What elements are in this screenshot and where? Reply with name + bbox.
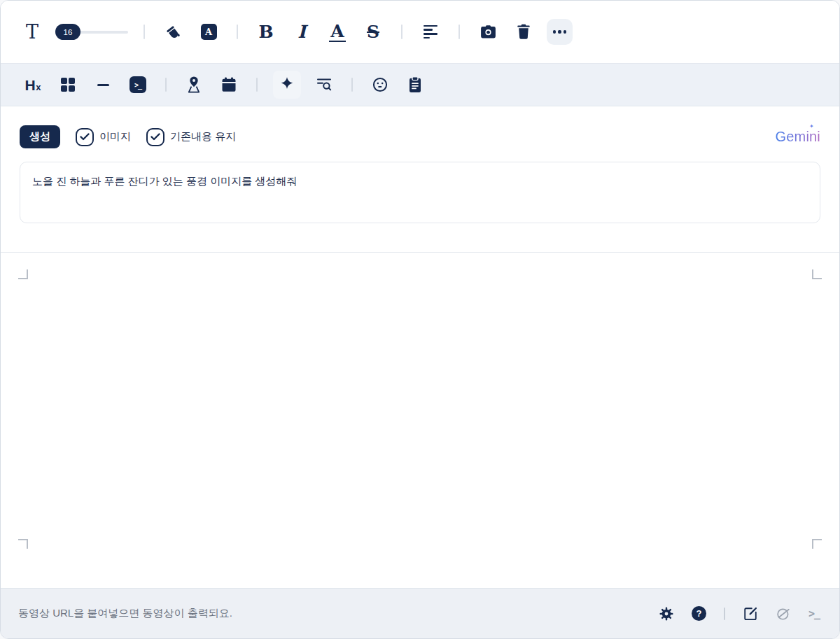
help-button[interactable]: ?: [692, 606, 706, 621]
statusbar-icons: ? >_: [659, 606, 820, 622]
keep-content-checkbox[interactable]: 기존내용 유지: [146, 128, 236, 146]
camera-icon: [479, 24, 497, 41]
corner-mark-top-left: [18, 269, 28, 279]
font-size-value[interactable]: 16: [55, 24, 80, 40]
image-checkbox[interactable]: 이미지: [76, 128, 131, 146]
calendar-button[interactable]: [217, 73, 241, 97]
italic-icon: I: [298, 23, 306, 41]
toolbar-top: T 16 A B I A: [1, 1, 839, 63]
ai-sparkle-button[interactable]: [273, 71, 301, 99]
delete-button[interactable]: [511, 20, 536, 45]
font-color-icon: A: [201, 24, 217, 40]
image-checkbox-label: 이미지: [99, 130, 131, 143]
italic-button[interactable]: I: [289, 20, 314, 45]
statusbar-hint: 동영상 URL을 붙여넣으면 동영상이 출력되요.: [18, 607, 232, 620]
preview-disabled-button[interactable]: [776, 606, 791, 622]
bold-button[interactable]: B: [253, 20, 279, 45]
camera-button[interactable]: [475, 20, 500, 45]
check-icon: [150, 133, 160, 141]
toolbar-separator: [237, 24, 238, 39]
bold-icon: B: [258, 23, 273, 41]
horizontal-rule-icon: [97, 84, 109, 86]
sparkle-icon: [278, 76, 296, 94]
help-icon: ?: [692, 606, 706, 621]
clipboard-button[interactable]: [403, 73, 427, 97]
calendar-icon: [220, 76, 237, 93]
corner-mark-bottom-right: [812, 539, 822, 549]
corner-mark-bottom-left: [18, 539, 28, 549]
toolbar-secondary: Hx >_: [1, 63, 839, 106]
align-left-icon: [424, 25, 438, 38]
preview-disabled-icon: [776, 606, 791, 622]
more-button[interactable]: [547, 19, 573, 45]
font-color-button[interactable]: A: [196, 20, 221, 45]
emoji-button[interactable]: [368, 73, 392, 97]
toolbar-separator: [458, 24, 460, 39]
align-button[interactable]: [418, 20, 443, 45]
toolbar-separator: [401, 24, 402, 39]
find-in-list-button[interactable]: [312, 73, 336, 97]
heading-button[interactable]: Hx: [21, 73, 45, 97]
text-style-icon: T: [26, 22, 38, 41]
terminal-button[interactable]: >_: [808, 608, 820, 620]
terminal-icon: >_: [808, 608, 820, 620]
location-button[interactable]: [182, 73, 206, 97]
text-style-button[interactable]: T: [20, 20, 45, 45]
corner-mark-top-right: [812, 269, 822, 279]
gemini-panel: 생성 이미지 기존내용 유지 Gemini ✦: [1, 106, 839, 253]
trash-icon: [516, 23, 531, 41]
more-icon: [553, 30, 556, 33]
horizontal-rule-button[interactable]: [91, 73, 115, 97]
toolbar-separator: [165, 78, 167, 92]
clipboard-icon: [407, 76, 423, 93]
settings-button[interactable]: [659, 606, 674, 622]
emoji-icon: [372, 76, 388, 93]
check-icon: [80, 133, 90, 141]
edit-icon: [743, 606, 758, 622]
keep-content-checkbox-box[interactable]: [146, 128, 164, 146]
edit-button[interactable]: [743, 606, 758, 622]
location-pin-icon: [186, 76, 202, 94]
toolbar-separator: [256, 78, 258, 92]
statusbar: 동영상 URL을 붙여넣으면 동영상이 출력되요.: [1, 588, 839, 638]
fill-color-button[interactable]: [160, 20, 186, 45]
keep-content-checkbox-label: 기존내용 유지: [170, 130, 236, 143]
toolbar-separator: [144, 24, 145, 39]
prompt-input[interactable]: 노을 진 하늘과 푸른 잔디가 있는 풍경 이미지를 생성해줘: [20, 162, 820, 223]
blocks-grid-icon: [61, 78, 76, 92]
font-size-track[interactable]: [78, 31, 128, 34]
font-size-slider[interactable]: 16: [55, 24, 128, 40]
editor-window: T 16 A B I A: [0, 0, 840, 639]
gemini-logo: Gemini ✦: [775, 129, 820, 145]
editor-content-area[interactable]: [1, 253, 839, 588]
underline-button[interactable]: A: [325, 20, 350, 45]
toolbar-separator: [351, 78, 353, 92]
code-block-button[interactable]: >_: [126, 73, 150, 97]
gemini-controls: 생성 이미지 기존내용 유지 Gemini ✦: [20, 125, 820, 148]
find-in-list-icon: [316, 76, 332, 93]
gear-icon: [659, 606, 674, 622]
generate-button[interactable]: 생성: [20, 125, 60, 148]
strikethrough-button[interactable]: S: [360, 20, 386, 45]
code-block-icon: >_: [130, 76, 146, 93]
blocks-grid-button[interactable]: [56, 73, 80, 97]
heading-icon: Hx: [25, 78, 41, 92]
paint-bucket-icon: [164, 24, 181, 41]
strikethrough-icon: S: [367, 23, 379, 41]
image-checkbox-box[interactable]: [76, 128, 94, 146]
statusbar-separator: [724, 608, 725, 620]
underline-icon: A: [329, 22, 345, 42]
gemini-spark-icon: ✦: [809, 123, 814, 129]
